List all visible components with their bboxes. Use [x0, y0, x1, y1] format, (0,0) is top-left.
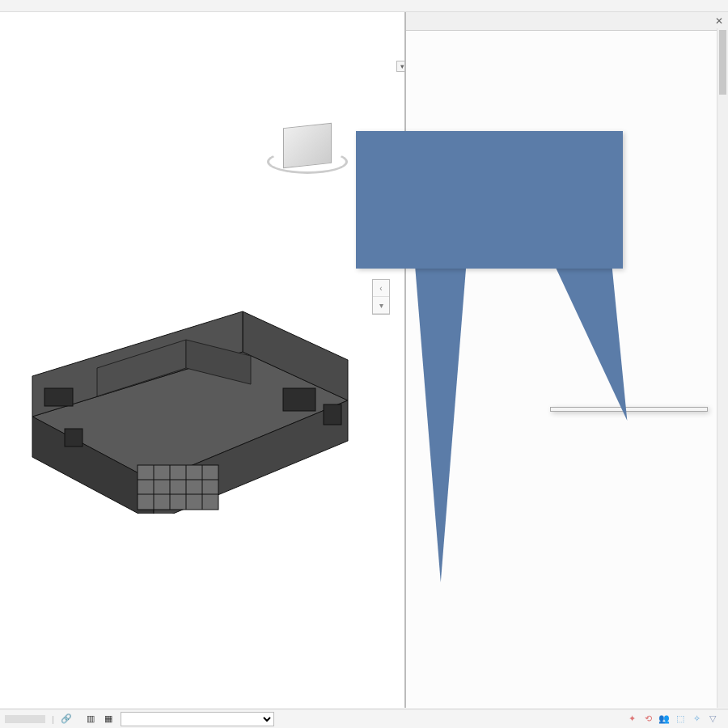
- svg-rect-10: [65, 429, 83, 447]
- model-3d-view: [16, 279, 364, 514]
- svg-rect-9: [324, 404, 341, 425]
- chevron-down-icon[interactable]: ▾: [373, 297, 389, 314]
- worksets-icon[interactable]: ✦: [626, 713, 637, 725]
- highlight-icon[interactable]: ✧: [691, 713, 702, 725]
- status-segment: [5, 715, 45, 723]
- svg-rect-7: [44, 388, 73, 406]
- svg-rect-8: [283, 388, 315, 411]
- model-icon[interactable]: ▦: [103, 713, 114, 725]
- svg-rect-11: [138, 465, 218, 510]
- viewport-3d[interactable]: ▾ ‹ ▾: [0, 12, 404, 708]
- sync-icon[interactable]: ⟲: [642, 713, 654, 725]
- select-icon[interactable]: ⬚: [675, 713, 686, 725]
- navbar-flyout[interactable]: ‹ ▾: [372, 279, 390, 315]
- filter-icon[interactable]: ▽: [707, 713, 718, 725]
- chevron-left-icon[interactable]: ‹: [373, 280, 389, 297]
- scrollbar-vertical[interactable]: [717, 28, 728, 708]
- ribbon-panel-labels: [0, 0, 728, 12]
- sheet-icon[interactable]: ▥: [85, 713, 96, 725]
- status-bar: | 🔗 ▥ ▦ ✦ ⟲ 👥 ⬚ ✧ ▽: [0, 709, 728, 728]
- close-icon[interactable]: ✕: [715, 15, 723, 27]
- link-icon[interactable]: 🔗: [61, 713, 72, 725]
- viewcube[interactable]: [283, 125, 332, 166]
- annotation-callout: [356, 131, 623, 269]
- main-model-select[interactable]: [121, 712, 274, 726]
- scrollbar-thumb[interactable]: [719, 30, 726, 95]
- users-icon[interactable]: 👥: [658, 713, 670, 725]
